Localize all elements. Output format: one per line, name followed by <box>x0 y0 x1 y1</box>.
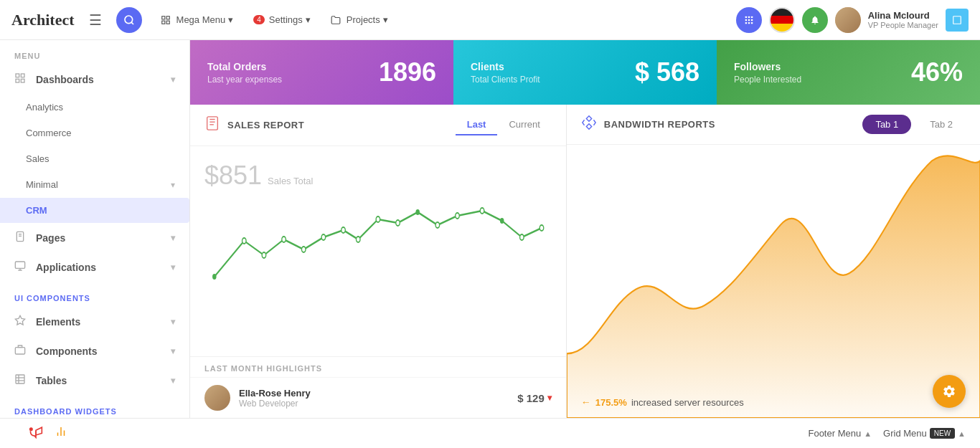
bandwidth-stat: ← 175.5% increased server resources <box>581 396 744 408</box>
mega-menu-label: Mega Menu <box>176 14 226 25</box>
sidebar-item-applications[interactable]: Applications ▾ <box>0 253 189 282</box>
svg-rect-22 <box>15 262 24 268</box>
footer-menu-label: Footer Menu <box>808 428 861 439</box>
highlight-name: Ella-Rose Henry <box>239 388 311 399</box>
footer-menu-link[interactable]: Footer Menu ▲ <box>808 428 872 439</box>
sales-report-icon <box>204 115 220 135</box>
highlight-avatar <box>204 385 230 411</box>
grid-menu-label: Grid Menu <box>883 428 927 439</box>
language-flag-button[interactable] <box>769 7 795 33</box>
tab-last[interactable]: Last <box>456 115 498 135</box>
followers-value: 46% <box>911 57 963 87</box>
sidebar-item-components[interactable]: Components ▾ <box>0 337 189 366</box>
projects-label: Projects <box>347 14 380 25</box>
svg-point-47 <box>415 209 420 215</box>
total-orders-left: Total Orders Last year expenses <box>207 61 282 85</box>
svg-rect-17 <box>16 79 19 82</box>
settings-item[interactable]: 4 Settings ▾ <box>246 10 318 29</box>
pages-icon <box>14 231 29 245</box>
sidebar-item-dashboards[interactable]: Dashboards ▾ <box>0 65 189 94</box>
components-icon <box>14 344 29 358</box>
settings-chevron: ▾ <box>306 14 311 25</box>
followers-title: Followers <box>734 61 801 72</box>
svg-rect-9 <box>748 19 750 20</box>
sidebar-item-crm[interactable]: CRM <box>0 198 189 223</box>
elements-label: Elements <box>36 316 80 328</box>
notifications-button[interactable] <box>802 7 828 33</box>
components-chevron: ▾ <box>171 346 175 356</box>
stat-card-total-orders: Total Orders Last year expenses 1896 <box>190 40 453 105</box>
applications-chevron: ▾ <box>171 262 175 272</box>
megaphone-icon[interactable] <box>29 424 43 442</box>
projects-item[interactable]: Projects ▾ <box>324 10 395 29</box>
search-button[interactable] <box>116 7 142 33</box>
sales-report-title: SALES REPORT <box>227 120 304 130</box>
svg-rect-18 <box>21 79 24 82</box>
sidebar-item-tables[interactable]: Tables ▾ <box>0 366 189 395</box>
sales-total-label: Sales Total <box>268 176 313 186</box>
sales-tabs: Last Current <box>456 115 552 135</box>
svg-rect-16 <box>21 74 24 77</box>
square-button[interactable] <box>946 9 969 32</box>
bw-stat-label: increased server resources <box>631 397 744 408</box>
total-orders-title: Total Orders <box>207 61 282 72</box>
mega-menu-item[interactable]: Mega Menu ▾ <box>154 10 241 29</box>
stat-card-clients: Clients Total Clients Profit $ 568 <box>453 40 717 105</box>
svg-rect-15 <box>16 74 19 77</box>
user-name: Alina Mclourd <box>868 10 938 21</box>
bw-tab-1[interactable]: Tab 1 <box>862 115 911 134</box>
hamburger-icon[interactable]: ☰ <box>89 11 102 29</box>
grid-icon-button[interactable] <box>736 7 762 33</box>
svg-rect-5 <box>745 16 746 17</box>
sidebar-item-analytics[interactable]: Analytics <box>0 95 189 120</box>
svg-rect-4 <box>166 21 169 24</box>
svg-point-40 <box>282 237 286 242</box>
svg-rect-13 <box>751 22 753 23</box>
clients-title: Clients <box>471 61 540 72</box>
sales-panel-header: SALES REPORT Last Current <box>190 105 566 146</box>
nav-menu: Mega Menu ▾ 4 Settings ▾ Projects ▾ <box>154 10 736 29</box>
total-orders-sub: Last year expenses <box>207 75 282 85</box>
bandwidth-header: BANDWIDTH REPORTS Tab 1 Tab 2 <box>567 105 980 145</box>
dashboards-label: Dashboards <box>36 74 94 85</box>
new-badge: NEW <box>930 428 955 439</box>
ui-components-label: UI COMPONENTS <box>0 282 189 307</box>
sidebar-item-commerce[interactable]: Commerce <box>0 120 189 146</box>
highlight-person: Ella-Rose Henry Web Developer <box>239 388 311 409</box>
bandwidth-chart: ← 175.5% increased server resources <box>567 145 980 418</box>
gear-fab-button[interactable] <box>933 375 966 408</box>
sales-panel: SALES REPORT Last Current $851 Sales Tot… <box>190 105 567 418</box>
tables-chevron: ▾ <box>171 376 175 386</box>
bandwidth-title: BANDWIDTH REPORTS <box>604 119 715 130</box>
svg-rect-1 <box>161 16 164 19</box>
dashboard-body: SALES REPORT Last Current $851 Sales Tot… <box>190 105 980 418</box>
applications-label: Applications <box>36 262 96 273</box>
pages-label: Pages <box>36 232 65 244</box>
svg-rect-12 <box>748 22 750 23</box>
sidebar-item-sales[interactable]: Sales <box>0 146 189 171</box>
chart-icon[interactable] <box>55 425 67 442</box>
svg-point-0 <box>125 16 133 24</box>
projects-chevron: ▾ <box>383 14 388 25</box>
sidebar-item-elements[interactable]: Elements ▾ <box>0 308 189 336</box>
dashboards-chevron: ▾ <box>171 75 175 85</box>
svg-point-52 <box>520 234 524 240</box>
svg-point-37 <box>212 274 217 280</box>
grid-menu-link[interactable]: Grid Menu NEW ▲ <box>883 428 966 439</box>
crm-label: CRM <box>26 205 47 216</box>
highlight-item: Ella-Rose Henry Web Developer $ 129 ▾ <box>190 377 566 418</box>
svg-rect-7 <box>751 16 753 17</box>
topnav: Architect ☰ Mega Menu ▾ 4 Settings ▾ Pro… <box>0 0 980 40</box>
main-layout: MENU Dashboards ▾ Analytics Commerce Sal… <box>0 40 980 418</box>
menu-section-label: MENU <box>0 40 189 65</box>
tab-current[interactable]: Current <box>497 115 551 135</box>
svg-rect-10 <box>751 19 753 20</box>
sidebar-item-pages[interactable]: Pages ▾ <box>0 224 189 252</box>
svg-point-41 <box>301 247 306 252</box>
svg-rect-24 <box>15 348 24 354</box>
sidebar-item-minimal[interactable]: Minimal ▾ <box>0 172 189 197</box>
svg-point-54 <box>30 428 32 430</box>
stat-card-followers: Followers People Interested 46% <box>717 40 980 105</box>
bw-tab-2[interactable]: Tab 2 <box>917 115 966 134</box>
followers-left: Followers People Interested <box>734 61 801 85</box>
